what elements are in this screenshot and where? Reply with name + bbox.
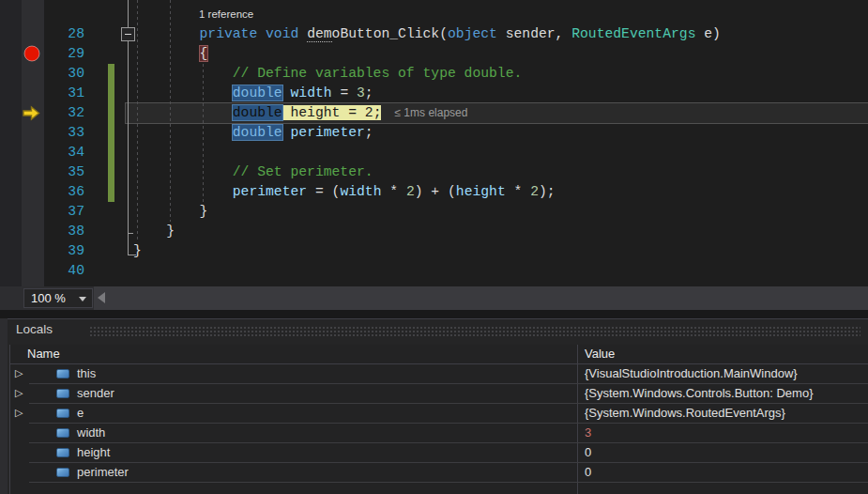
line-number[interactable]: 35: [53, 162, 84, 182]
code-token: [133, 125, 233, 140]
code-token: }: [133, 243, 142, 258]
expand-arrow-icon[interactable]: ▷: [15, 387, 23, 399]
code-token: 2: [530, 184, 539, 199]
line-number[interactable]: 39: [53, 241, 84, 261]
code-token: [282, 125, 291, 140]
title-drag-grip[interactable]: [89, 326, 860, 336]
code-token: double: [233, 85, 282, 100]
code-token: perimeter: [233, 184, 307, 199]
variable-value[interactable]: {System.Windows.Controls.Button: Demo}: [585, 386, 814, 400]
locals-row[interactable]: width3: [10, 424, 868, 443]
line-number[interactable]: 27: [53, 0, 84, 7]
code-token: [298, 26, 307, 41]
variable-name[interactable]: e: [77, 406, 84, 420]
code-token: perimeter: [291, 125, 365, 140]
locals-row[interactable]: ▷e{System.Windows.RoutedEventArgs}: [10, 404, 868, 424]
variable-name[interactable]: perimeter: [77, 465, 129, 479]
code-line[interactable]: {: [133, 44, 207, 64]
code-token: width: [291, 85, 332, 100]
code-token: [257, 26, 266, 41]
field-icon: [56, 428, 69, 438]
code-line[interactable]: perimeter = (width * 2) + (height * 2);: [133, 182, 556, 202]
line-number[interactable]: 33: [53, 123, 84, 143]
line-number[interactable]: 40: [53, 261, 84, 281]
line-number-margin[interactable]: 2728293031323334353637383940: [53, 0, 84, 286]
row-separator: [29, 482, 868, 483]
code-token: ;: [365, 125, 373, 140]
breakpoint-gutter[interactable]: [22, 0, 44, 286]
code-token: (: [439, 26, 448, 41]
code-line[interactable]: }: [133, 241, 142, 261]
variable-value[interactable]: 3: [585, 425, 591, 440]
locals-row[interactable]: ▷sender{System.Windows.Controls.Button: …: [10, 384, 868, 404]
code-token: RoutedEventArgs: [571, 26, 695, 41]
code-line[interactable]: // Define variables of type double.: [133, 64, 522, 84]
column-header-value[interactable]: Value: [585, 347, 615, 361]
code-token: [133, 66, 233, 81]
locals-grid[interactable]: Name Value ▷this{VisualStudioIntroductio…: [9, 345, 868, 494]
breakpoint-icon[interactable]: [23, 45, 40, 62]
zoom-level-value: 100 %: [31, 291, 66, 305]
code-line[interactable]: double height = 2;≤ 1ms elapsed: [133, 103, 467, 123]
field-icon: [56, 409, 69, 418]
codelens-references[interactable]: 1 reference: [133, 5, 253, 24]
locals-row[interactable]: ▷this{VisualStudioIntroduction.MainWindo…: [10, 364, 868, 384]
code-token: [133, 46, 200, 61]
code-editor[interactable]: 2728293031323334353637383940 1 reference…: [0, 0, 868, 286]
column-header-name[interactable]: Name: [27, 347, 60, 361]
variable-value[interactable]: 0: [585, 445, 591, 459]
zoom-level-dropdown[interactable]: 100 %: [23, 288, 93, 308]
code-token: height = 2;: [282, 105, 382, 120]
scroll-left-arrow-icon[interactable]: [98, 292, 105, 303]
line-number[interactable]: 34: [53, 143, 84, 162]
line-number[interactable]: 38: [53, 222, 84, 241]
code-token: 3: [357, 85, 365, 100]
code-token: object: [448, 26, 497, 41]
code-token: oButton_Click: [332, 26, 440, 41]
code-token: );: [539, 184, 556, 199]
variable-name[interactable]: this: [77, 366, 96, 380]
code-token: [133, 105, 233, 120]
line-number[interactable]: 32: [53, 103, 84, 123]
code-line[interactable]: }: [133, 222, 175, 241]
variable-value[interactable]: {System.Windows.RoutedEventArgs}: [585, 406, 785, 420]
line-number[interactable]: 28: [53, 24, 84, 44]
code-line[interactable]: }: [133, 202, 207, 222]
line-number[interactable]: 37: [53, 202, 84, 222]
variable-value[interactable]: 0: [585, 465, 591, 479]
code-text-area[interactable]: 1 reference private void demoButton_Clic…: [133, 0, 868, 286]
field-icon: [56, 468, 69, 477]
locals-grid-header[interactable]: Name Value: [10, 345, 868, 364]
horizontal-scrollbar[interactable]: [94, 286, 868, 310]
code-token: dem: [307, 26, 331, 42]
locals-window-title[interactable]: Locals: [16, 322, 53, 336]
variable-name[interactable]: sender: [77, 386, 114, 400]
variable-value[interactable]: {VisualStudioIntroduction.MainWindow}: [585, 366, 798, 380]
expand-arrow-icon[interactable]: ▷: [15, 367, 23, 379]
code-line[interactable]: double perimeter;: [133, 123, 373, 143]
code-token: *: [381, 184, 405, 199]
change-tracking-bar: [108, 64, 114, 202]
code-line[interactable]: double width = 3;: [133, 84, 373, 103]
code-token: sender,: [497, 26, 571, 41]
pane-divider[interactable]: [0, 310, 868, 318]
code-token: e): [695, 26, 720, 41]
code-token: width: [340, 184, 381, 199]
line-number[interactable]: 36: [53, 182, 84, 202]
line-number[interactable]: 30: [53, 64, 84, 84]
field-icon: [56, 389, 69, 398]
line-number[interactable]: 29: [53, 44, 84, 64]
expand-arrow-icon[interactable]: ▷: [15, 407, 23, 419]
current-statement-arrow-icon[interactable]: [23, 105, 40, 121]
code-token: height: [456, 184, 506, 199]
code-token: =: [332, 85, 357, 100]
code-line[interactable]: private void demoButton_Click(object sen…: [133, 24, 721, 44]
variable-name[interactable]: height: [77, 445, 110, 459]
code-token: ) + (: [415, 184, 456, 199]
line-number[interactable]: 31: [53, 84, 84, 103]
code-token: [133, 26, 200, 41]
locals-row[interactable]: height0: [10, 443, 868, 463]
variable-name[interactable]: width: [77, 425, 105, 440]
code-line[interactable]: // Set perimeter.: [133, 162, 373, 182]
locals-row[interactable]: perimeter0: [10, 463, 868, 483]
